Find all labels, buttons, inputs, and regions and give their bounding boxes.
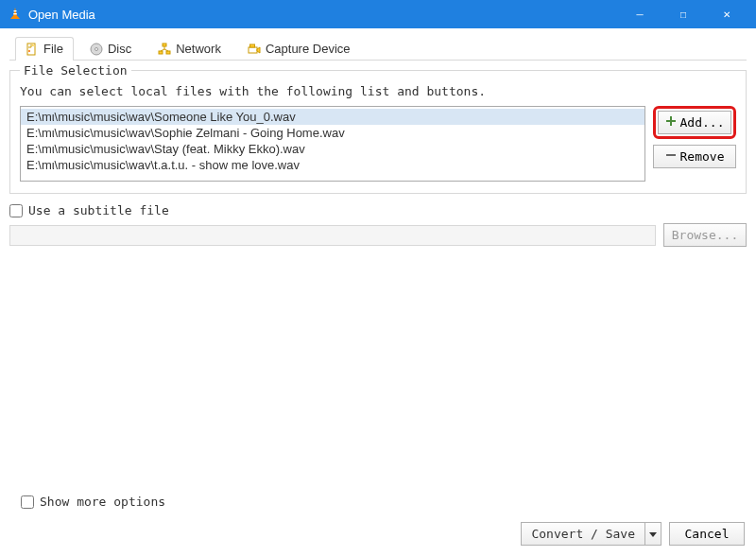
subtitle-label: Use a subtitle file xyxy=(28,203,169,217)
svg-rect-9 xyxy=(163,43,166,46)
group-title: File Selection xyxy=(20,63,131,78)
chevron-down-icon xyxy=(649,527,657,541)
capture-icon xyxy=(248,43,261,56)
button-label: Add... xyxy=(680,115,725,130)
convert-save-button[interactable]: Convert / Save xyxy=(521,522,644,546)
show-more-label: Show more options xyxy=(40,495,165,509)
show-more-checkbox[interactable] xyxy=(21,495,34,509)
tab-label: Disc xyxy=(108,42,131,56)
tab-capture[interactable]: Capture Device xyxy=(237,37,361,61)
svg-rect-2 xyxy=(13,13,17,14)
svg-rect-11 xyxy=(166,51,170,54)
svg-marker-21 xyxy=(649,532,657,537)
subtitle-checkbox[interactable] xyxy=(9,204,23,217)
svg-rect-1 xyxy=(14,10,17,11)
maximize-button[interactable]: □ xyxy=(662,0,705,28)
source-tabs: File Disc Network Capture Device xyxy=(9,36,747,61)
annotation-highlight: Add... xyxy=(653,106,736,139)
convert-save-dropdown[interactable] xyxy=(644,522,662,546)
file-icon xyxy=(26,43,39,56)
subtitle-path-field xyxy=(9,225,656,246)
svg-point-6 xyxy=(28,50,30,52)
disc-icon xyxy=(90,43,103,56)
svg-point-8 xyxy=(94,47,97,50)
svg-marker-3 xyxy=(10,16,20,19)
dialog-footer: Convert / Save Cancel xyxy=(0,518,756,556)
svg-rect-16 xyxy=(249,44,254,47)
file-selection-help: You can select local files with the foll… xyxy=(20,84,736,98)
file-list[interactable]: E:\mι\music\music\wav\Someone Like You_0… xyxy=(20,106,645,182)
cancel-button[interactable]: Cancel xyxy=(669,522,745,546)
file-selection-group: File Selection You can select local file… xyxy=(9,70,747,194)
plus-icon xyxy=(665,115,677,130)
svg-rect-15 xyxy=(249,47,257,53)
title-bar: Open Media ─ □ ✕ xyxy=(0,0,756,28)
tab-network[interactable]: Network xyxy=(147,37,232,61)
minimize-button[interactable]: ─ xyxy=(618,0,662,28)
close-button[interactable]: ✕ xyxy=(705,0,748,28)
add-button[interactable]: Add... xyxy=(658,111,731,134)
tab-disc[interactable]: Disc xyxy=(79,37,142,61)
list-item[interactable]: E:\mι\music\music\wav\Stay (feat. Mikky … xyxy=(21,141,644,157)
svg-marker-0 xyxy=(13,8,17,16)
list-item[interactable]: E:\mι\music\music\wav\Sophie Zelmani - G… xyxy=(21,125,644,141)
tab-label: Network xyxy=(176,42,221,56)
tab-label: File xyxy=(43,42,63,56)
network-icon xyxy=(158,43,171,56)
list-item[interactable]: E:\mι\music\music\wav\Someone Like You_0… xyxy=(21,109,644,125)
tab-file[interactable]: File xyxy=(15,37,74,61)
list-item[interactable]: E:\mι\music\music\wav\t.a.t.u. - show me… xyxy=(21,157,644,173)
remove-button[interactable]: Remove xyxy=(653,145,736,168)
svg-rect-10 xyxy=(159,51,163,54)
minus-icon xyxy=(665,149,677,164)
button-label: Remove xyxy=(680,149,725,164)
browse-button[interactable]: Browse... xyxy=(663,223,747,247)
window-title: Open Media xyxy=(28,8,95,22)
vlc-icon xyxy=(8,6,23,24)
tab-label: Capture Device xyxy=(266,42,351,56)
